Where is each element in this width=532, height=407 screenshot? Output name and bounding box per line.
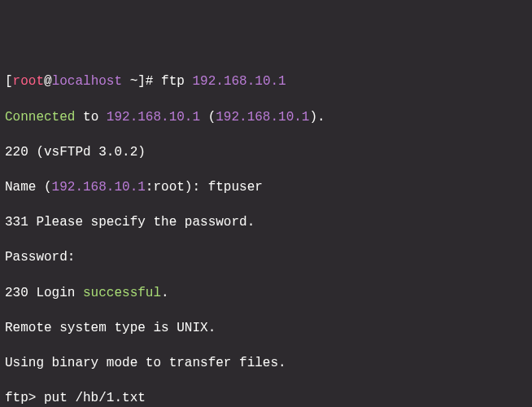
terminal-line: Using binary mode to transfer files. bbox=[5, 355, 527, 373]
ftp-ip-arg: 192.168.10.1 bbox=[192, 74, 286, 89]
connected-ip1: 192.168.10.1 bbox=[107, 110, 200, 125]
prompt-path: ~ bbox=[122, 74, 137, 89]
terminal-line-connected: Connected to 192.168.10.1 (192.168.10.1)… bbox=[5, 109, 527, 127]
login-dot: . bbox=[161, 286, 169, 300]
connected-to: to bbox=[75, 110, 106, 125]
prompt-host: localhost bbox=[52, 74, 122, 89]
terminal-line-login: 230 Login successful. bbox=[5, 285, 527, 303]
paren-open: ( bbox=[200, 110, 216, 125]
terminal-line: Remote system type is UNIX. bbox=[5, 320, 527, 338]
login-code: 230 Login bbox=[5, 286, 83, 300]
login-success: successful bbox=[83, 286, 161, 300]
terminal-line-name: Name (192.168.10.1:root): ftpuser bbox=[5, 179, 527, 197]
terminal-line-prompt: [root@localhost ~]# ftp 192.168.10.1 bbox=[5, 73, 527, 91]
prompt-at: @ bbox=[44, 74, 52, 89]
name-root: :root): ftpuser bbox=[146, 180, 263, 195]
command-ftp: ftp bbox=[161, 74, 192, 89]
paren-close: ). bbox=[309, 110, 325, 125]
terminal-line-ftp-cmd: ftp> put /hb/1.txt bbox=[5, 390, 527, 407]
bracket-open: [ bbox=[5, 74, 13, 89]
bracket-close: ]# bbox=[137, 74, 161, 89]
connected-word: Connected bbox=[5, 110, 75, 125]
terminal-line: Password: bbox=[5, 249, 527, 267]
connected-ip2: 192.168.10.1 bbox=[216, 110, 309, 125]
prompt-user: root bbox=[13, 74, 44, 89]
name-prefix: Name ( bbox=[5, 180, 52, 195]
name-ip: 192.168.10.1 bbox=[52, 180, 146, 195]
terminal-line: 331 Please specify the password. bbox=[5, 214, 527, 232]
terminal-line: 220 (vsFTPd 3.0.2) bbox=[5, 144, 527, 162]
